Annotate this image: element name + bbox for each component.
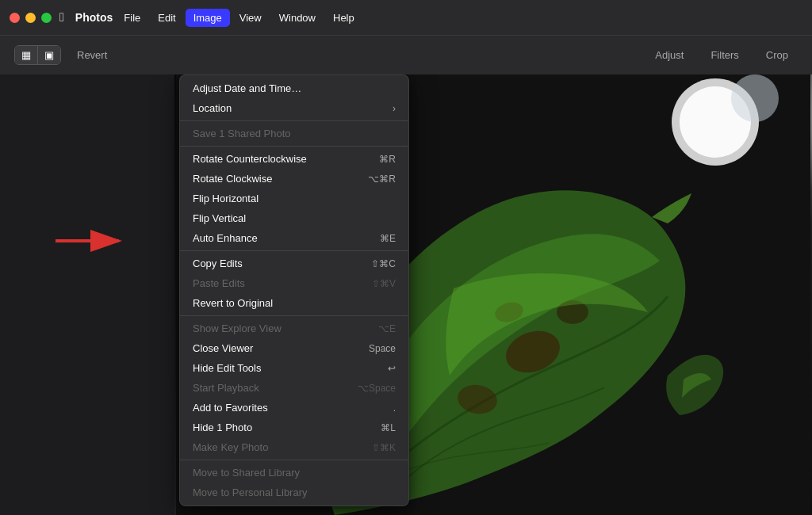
- menu-close-viewer[interactable]: Close Viewer Space: [180, 338, 408, 358]
- menu-edit[interactable]: Edit: [150, 9, 183, 27]
- app-name: Photos: [75, 11, 113, 24]
- menu-paste-edits: Paste Edits ⇧⌘V: [180, 273, 408, 293]
- menu-auto-enhance[interactable]: Auto Enhance ⌘E: [180, 228, 408, 248]
- maximize-button[interactable]: [41, 13, 52, 23]
- crop-tab[interactable]: Crop: [753, 44, 801, 66]
- revert-button[interactable]: Revert: [77, 49, 107, 61]
- menu-make-key-photo-shortcut: ⇧⌘K: [372, 442, 396, 453]
- menu-make-key-photo: Make Key Photo ⇧⌘K: [180, 437, 408, 457]
- toolbar: ▦ ▣ Revert Adjust Filters Crop: [0, 35, 812, 74]
- menu-rotate-cw-label: Rotate Clockwise: [193, 173, 368, 185]
- menu-make-key-photo-label: Make Key Photo: [193, 441, 372, 453]
- menu-flip-vertical[interactable]: Flip Vertical: [180, 208, 408, 228]
- menu-rotate-cw-shortcut: ⌥⌘R: [368, 174, 396, 185]
- minimize-button[interactable]: [25, 13, 36, 23]
- detail-view-button[interactable]: ▣: [37, 46, 60, 64]
- menu-hide-edit-tools-label: Hide Edit Tools: [193, 362, 388, 374]
- menu-paste-edits-label: Paste Edits: [193, 277, 372, 289]
- traffic-lights: [10, 13, 52, 23]
- view-segment: ▦ ▣: [14, 45, 61, 65]
- separator-5: [180, 460, 408, 460]
- menu-location[interactable]: Location ›: [180, 98, 408, 118]
- menu-flip-vertical-label: Flip Vertical: [193, 212, 396, 224]
- menu-rotate-ccw-shortcut: ⌘R: [379, 154, 396, 165]
- svg-point-4: [731, 74, 779, 122]
- menu-help[interactable]: Help: [325, 9, 362, 27]
- menu-rotate-ccw[interactable]: Rotate Counterclockwise ⌘R: [180, 149, 408, 169]
- menu-show-explore-shortcut: ⌥E: [378, 323, 396, 334]
- separator-1: [180, 120, 408, 121]
- menu-start-playback: Start Playback ⌥Space: [180, 378, 408, 398]
- menu-add-favorites-label: Add to Favorites: [193, 402, 393, 414]
- menu-move-personal-library: Move to Personal Library: [180, 483, 408, 502]
- menu-show-explore-label: Show Explore View: [193, 322, 378, 334]
- sidebar: [0, 74, 174, 515]
- menu-view[interactable]: View: [232, 9, 270, 27]
- separator-3: [180, 250, 408, 251]
- arrow-indicator: [48, 217, 143, 268]
- menu-adjust-date[interactable]: Adjust Date and Time…: [180, 78, 408, 98]
- menu-rotate-cw[interactable]: Rotate Clockwise ⌥⌘R: [180, 169, 408, 189]
- menu-hide-photo-shortcut: ⌘L: [381, 422, 396, 433]
- separator-2: [180, 146, 408, 147]
- menubar:  Photos File Edit Image View Window Hel…: [0, 0, 812, 35]
- menu-location-arrow: ›: [393, 103, 396, 114]
- menu-move-shared-library-label: Move to Shared Library: [193, 467, 396, 479]
- menu-close-viewer-shortcut: Space: [369, 343, 396, 354]
- menu-file[interactable]: File: [116, 9, 148, 27]
- menu-auto-enhance-label: Auto Enhance: [193, 232, 380, 244]
- menu-flip-horizontal[interactable]: Flip Horizontal: [180, 189, 408, 208]
- menu-hide-edit-tools[interactable]: Hide Edit Tools ↩: [180, 358, 408, 378]
- menu-hide-edit-tools-shortcut: ↩: [388, 363, 396, 374]
- adjust-tab[interactable]: Adjust: [642, 44, 696, 66]
- close-button[interactable]: [10, 13, 20, 23]
- menu-hide-photo-label: Hide 1 Photo: [193, 422, 381, 433]
- menu-revert-original-label: Revert to Original: [193, 297, 396, 309]
- menu-start-playback-shortcut: ⌥Space: [358, 383, 396, 394]
- menu-start-playback-label: Start Playback: [193, 382, 358, 394]
- menu-flip-horizontal-label: Flip Horizontal: [193, 193, 396, 204]
- menu-window[interactable]: Window: [271, 9, 324, 27]
- menubar-items: File Edit Image View Window Help: [116, 9, 362, 27]
- menu-add-favorites[interactable]: Add to Favorites .: [180, 398, 408, 418]
- menu-show-explore: Show Explore View ⌥E: [180, 319, 408, 338]
- menu-save-shared: Save 1 Shared Photo: [180, 124, 408, 143]
- menu-adjust-date-label: Adjust Date and Time…: [193, 82, 396, 94]
- toolbar-tabs: Adjust Filters Crop: [642, 44, 801, 66]
- menu-copy-edits[interactable]: Copy Edits ⇧⌘C: [180, 254, 408, 273]
- menu-hide-photo[interactable]: Hide 1 Photo ⌘L: [180, 418, 408, 437]
- menu-copy-edits-shortcut: ⇧⌘C: [371, 258, 396, 269]
- apple-menu-icon[interactable]: : [59, 10, 64, 25]
- menu-paste-edits-shortcut: ⇧⌘V: [372, 278, 396, 289]
- separator-4: [180, 315, 408, 316]
- menu-rotate-ccw-label: Rotate Counterclockwise: [193, 153, 379, 165]
- menu-image[interactable]: Image: [186, 9, 230, 27]
- menu-auto-enhance-shortcut: ⌘E: [380, 233, 396, 244]
- main-content: Adjust Date and Time… Location › Save 1 …: [0, 74, 812, 515]
- menu-move-personal-library-label: Move to Personal Library: [193, 486, 396, 498]
- menu-copy-edits-label: Copy Edits: [193, 258, 371, 269]
- menu-save-shared-label: Save 1 Shared Photo: [193, 128, 396, 139]
- menu-revert-original[interactable]: Revert to Original: [180, 293, 408, 313]
- filters-tab[interactable]: Filters: [698, 44, 751, 66]
- image-dropdown-menu: Adjust Date and Time… Location › Save 1 …: [179, 74, 409, 506]
- menu-move-shared-library: Move to Shared Library: [180, 463, 408, 483]
- menu-add-favorites-shortcut: .: [393, 402, 396, 414]
- menu-close-viewer-label: Close Viewer: [193, 342, 369, 354]
- menu-location-label: Location: [193, 102, 393, 114]
- grid-view-button[interactable]: ▦: [15, 46, 37, 64]
